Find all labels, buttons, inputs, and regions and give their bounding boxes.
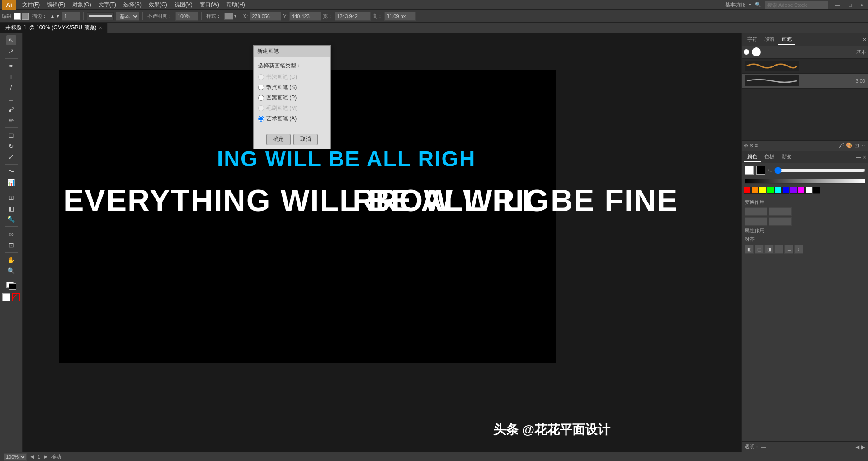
maximize-btn[interactable]: □: [846, 2, 854, 8]
zoom-select[interactable]: 100%: [4, 453, 27, 461]
line-tool[interactable]: /: [6, 83, 16, 93]
stroke-color-box[interactable]: [756, 166, 765, 175]
w-input[interactable]: [335, 12, 371, 21]
tab-swatch[interactable]: 色板: [761, 152, 778, 162]
rotate-tool[interactable]: ↻: [6, 141, 16, 151]
menu-edit[interactable]: 编辑(E): [44, 0, 68, 9]
fill-color-box[interactable]: [745, 166, 754, 175]
swatch-black[interactable]: [813, 187, 820, 194]
menu-text[interactable]: 文字(T): [95, 0, 119, 9]
graph-tool[interactable]: 📊: [6, 178, 16, 188]
close-btn[interactable]: ×: [858, 2, 866, 8]
dialog-cancel-btn[interactable]: 取消: [293, 134, 318, 145]
tab-para[interactable]: 段落: [761, 34, 778, 45]
document-tab[interactable]: 未标题-1 @ 100% (CMYK/GPU 预览) ×: [0, 23, 108, 33]
mesh-tool[interactable]: ⊞: [6, 193, 16, 202]
zoom-tool[interactable]: 🔍: [6, 266, 16, 276]
swatch-white[interactable]: [805, 187, 812, 194]
opacity-input[interactable]: [175, 12, 198, 21]
artboard-tool[interactable]: ⊡: [6, 240, 16, 250]
select-all-icon[interactable]: ⊡: [854, 142, 859, 149]
brush-mode-icon-2[interactable]: ⊗: [749, 142, 754, 149]
radio-pattern[interactable]: 图案画笔 (P): [258, 94, 326, 102]
radio-bristle[interactable]: 毛刷画笔 (M): [258, 104, 326, 112]
brush-mode-icon-1[interactable]: ⊕: [744, 142, 748, 149]
menu-view[interactable]: 视图(V): [171, 0, 196, 9]
pen-tool[interactable]: ✒: [6, 61, 16, 71]
y-input[interactable]: [289, 12, 321, 21]
align-center-btn[interactable]: ◫: [755, 245, 764, 254]
swatch-magenta[interactable]: [797, 187, 805, 194]
swatch-blue[interactable]: [782, 187, 789, 194]
shape-tool[interactable]: □: [6, 94, 16, 103]
align-middle-btn[interactable]: ⊥: [784, 245, 793, 254]
radio-calligraphy[interactable]: 书法画笔 (C): [258, 73, 326, 81]
page-prev-btn[interactable]: ◀: [30, 454, 34, 460]
stroke-swatch[interactable]: [22, 13, 29, 20]
color-panel-min[interactable]: —: [856, 154, 861, 160]
page-next-btn[interactable]: ▶: [44, 454, 47, 460]
x-input[interactable]: [250, 12, 281, 21]
swatch-red[interactable]: [744, 187, 751, 194]
selection-tool[interactable]: ↖: [6, 35, 16, 45]
hand-tool[interactable]: ✋: [6, 255, 16, 265]
swatch-orange[interactable]: [751, 187, 759, 194]
swatch-purple[interactable]: [790, 187, 797, 194]
color-c-slider[interactable]: [774, 168, 865, 173]
transform-w-input[interactable]: [745, 217, 767, 226]
menu-effect[interactable]: 效果(C): [146, 0, 170, 9]
workspace-dropdown-icon[interactable]: ▾: [749, 2, 751, 8]
tab-gradient[interactable]: 渐变: [778, 152, 795, 162]
fill-swatch[interactable]: [14, 13, 21, 20]
menu-file[interactable]: 文件(F): [19, 0, 43, 9]
tab-close-btn[interactable]: ×: [99, 25, 102, 30]
align-left-btn[interactable]: ◧: [745, 245, 754, 254]
tab-brush[interactable]: 画笔: [778, 34, 795, 45]
no-fill[interactable]: [12, 293, 20, 301]
minimize-btn[interactable]: —: [832, 2, 842, 8]
eyedropper-tool[interactable]: 🔦: [6, 214, 16, 224]
paintbrush-tool[interactable]: 🖌: [6, 104, 16, 114]
menu-window[interactable]: 窗口(W): [197, 0, 222, 9]
panel-close-btn[interactable]: ×: [863, 37, 866, 43]
warp-tool[interactable]: 〜: [6, 167, 16, 177]
menu-object[interactable]: 对象(O): [69, 0, 94, 9]
brush-icon-2[interactable]: 🎨: [846, 142, 853, 149]
color-panel-close[interactable]: ×: [863, 154, 866, 160]
scroll-right-btn[interactable]: ▶: [861, 444, 865, 450]
gradient-tool[interactable]: ◧: [6, 203, 16, 213]
eraser-tool[interactable]: ◻: [6, 130, 16, 140]
brush-mode-icon-3[interactable]: ≡: [755, 142, 758, 149]
type-tool[interactable]: T: [6, 72, 16, 82]
transform-y-input[interactable]: [769, 207, 792, 216]
pencil-tool[interactable]: ✏: [6, 115, 16, 125]
align-top-btn[interactable]: ⊤: [774, 245, 783, 254]
move-icon[interactable]: ↔: [861, 142, 866, 149]
scale-tool[interactable]: ⤢: [6, 152, 16, 162]
menu-select[interactable]: 选择(S): [120, 0, 145, 9]
align-right-btn[interactable]: ◨: [764, 245, 774, 254]
dialog-confirm-btn[interactable]: 确定: [266, 134, 291, 145]
swatch-green[interactable]: [767, 187, 774, 194]
swatch-yellow[interactable]: [759, 187, 766, 194]
background-color[interactable]: [9, 283, 16, 290]
scroll-left-btn[interactable]: ◀: [855, 444, 859, 450]
panel-minimize-btn[interactable]: —: [856, 37, 861, 43]
radio-scatter[interactable]: 散点画笔 (S): [258, 84, 326, 91]
tab-char[interactable]: 字符: [744, 34, 761, 45]
transform-x-input[interactable]: [745, 207, 767, 216]
radio-art[interactable]: 艺术画笔 (A): [258, 115, 326, 122]
stroke-up-down[interactable]: ▲▼: [50, 14, 60, 19]
brush-item-2[interactable]: 3.00: [742, 74, 868, 89]
stroke-value-input[interactable]: [62, 12, 80, 21]
transform-h-input[interactable]: [769, 217, 792, 226]
h-input[interactable]: [384, 12, 416, 21]
align-bottom-btn[interactable]: ↕: [794, 245, 803, 254]
brush-icon-1[interactable]: 🖌: [839, 142, 844, 149]
brush-list[interactable]: 3.00: [742, 59, 868, 140]
tab-color[interactable]: 颜色: [744, 152, 761, 162]
brush-item-1[interactable]: [742, 59, 868, 74]
color-selector[interactable]: [6, 282, 16, 290]
brush-select[interactable]: 基本: [116, 12, 139, 21]
stock-search-input[interactable]: [765, 1, 828, 9]
